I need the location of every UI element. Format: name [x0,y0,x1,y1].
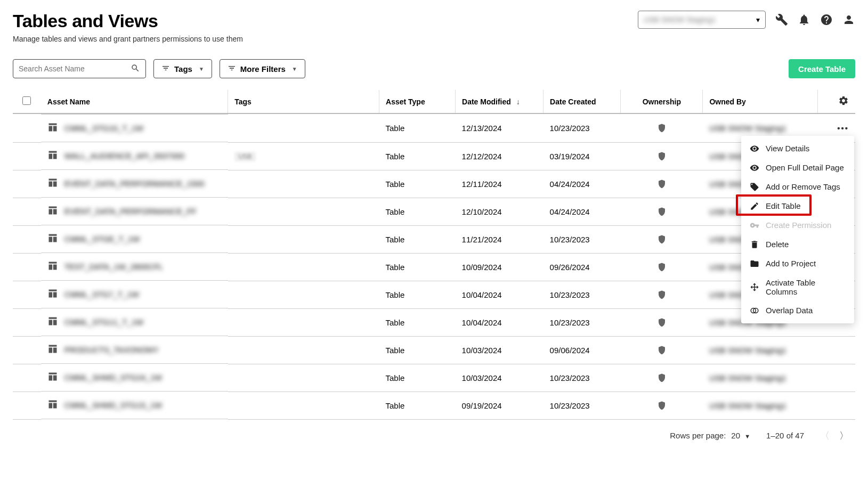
asset-type: Table [379,253,456,281]
date-modified: 11/21/2024 [456,225,543,253]
shield-icon [627,178,696,189]
col-ownership[interactable]: Ownership [621,90,703,113]
asset-type: Table [379,142,456,170]
menu-view-details[interactable]: View Details [741,139,854,158]
page-range: 1–20 of 47 [766,431,804,440]
asset-type: Table [379,281,456,308]
asset-type: Table [379,336,456,364]
environment-label: USB SNOW Staging1 [644,15,716,24]
owned-by: USB SNOW Staging1 [709,373,786,382]
table-row[interactable]: CMML_STG10_T_1WTable12/13/202410/23/2023… [13,113,855,142]
table-row[interactable]: PRODUCTS_TAXONOMYTable10/03/202409/06/20… [13,336,855,364]
search-input[interactable] [19,64,131,73]
table-row[interactable]: CMML_STG7_T_1WTable10/04/202410/23/2023U… [13,281,855,308]
table-row[interactable]: CMML_SHMD_STG15_1WTable09/19/202410/23/2… [13,392,855,419]
bell-icon[interactable] [798,13,810,26]
table-row[interactable]: CMML_SHMD_STG24_1WTable10/03/202410/23/2… [13,364,855,392]
row-actions-button[interactable]: ••• [837,124,849,133]
col-asset-name[interactable]: Asset Name [41,90,228,113]
table-icon [47,316,58,328]
table-icon [47,260,58,273]
select-all-checkbox[interactable] [22,96,31,105]
gear-icon[interactable] [838,99,849,108]
table-row[interactable]: CMML_STGE_T_1WTable11/21/202410/23/2023U… [13,225,855,253]
col-tags[interactable]: Tags [228,90,379,113]
date-modified: 10/09/2024 [456,253,543,281]
help-icon[interactable] [820,13,833,26]
table-icon [47,122,58,134]
shield-icon [627,289,696,300]
table-icon [47,205,58,217]
prev-page-button[interactable]: 〈 [820,429,830,442]
date-modified: 10/04/2024 [456,281,543,308]
asset-type: Table [379,225,456,253]
row-context-menu: View Details Open Full Detail Page Add o… [741,136,854,323]
asset-name: EVENT_DATA_PERFORMANCE_1500 [64,179,205,188]
tag-chip: USB [234,152,256,161]
asset-name: CMML_SHMD_STG24_1W [64,373,162,382]
table-icon [47,150,58,162]
pagination: Rows per page: 20 ▼ 1–20 of 47 〈 〉 [13,429,855,442]
user-icon[interactable] [842,13,855,26]
asset-name: CMML_SHMD_STG15_1W [64,401,162,410]
col-owned-by[interactable]: Owned By [703,90,818,113]
menu-open-full-detail[interactable]: Open Full Detail Page [741,158,854,177]
menu-add-remove-tags[interactable]: Add or Remove Tags [741,177,854,197]
table-icon [47,399,58,411]
asset-name: PRODUCTS_TAXONOMY [64,345,159,354]
next-page-button[interactable]: 〉 [839,429,849,442]
date-created: 03/19/2024 [543,142,621,170]
table-row[interactable]: EVENT_DATA_PERFORMANCE_1500Table12/11/20… [13,170,855,198]
chevron-down-icon: ▼ [199,66,204,72]
date-created: 09/26/2024 [543,253,621,281]
search-input-wrap [13,59,146,78]
more-filters-label: More Filters [240,64,286,74]
menu-overlap-data[interactable]: Overlap Data [741,301,854,320]
col-asset-type[interactable]: Asset Type [379,90,456,113]
col-date-created[interactable]: Date Created [543,90,621,113]
date-created: 10/23/2023 [543,225,621,253]
shield-icon [627,372,696,383]
shield-icon [627,317,696,328]
asset-name: CMML_STG7_T_1W [64,290,139,299]
page-title: Tables and Views [13,11,243,31]
menu-activate-columns[interactable]: Activate Table Columns [741,273,854,301]
table-row[interactable]: TEST_DATA_1W_2800CFLTable10/09/202409/26… [13,253,855,281]
col-date-modified[interactable]: Date Modified ↓ [456,90,543,113]
chevron-down-icon: ▾ [756,15,760,24]
wrench-icon[interactable] [775,13,788,26]
table-icon [47,344,58,356]
menu-create-permission: Create Permission [741,216,854,235]
date-created: 10/23/2023 [543,392,621,419]
date-modified: 10/03/2024 [456,336,543,364]
table-row[interactable]: EVENT_DATA_PERFORMANCE_FFTable12/10/2024… [13,198,855,225]
table-icon [47,288,58,300]
create-table-button[interactable]: Create Table [789,59,855,78]
menu-add-to-project[interactable]: Add to Project [741,254,854,273]
assets-table: Asset Name Tags Asset Type Date Modified… [13,90,855,420]
owned-by: USB SNOW Staging1 [709,124,786,133]
owned-by: USB SNOW Staging1 [709,401,786,410]
asset-type: Table [379,113,456,142]
date-modified: 12/12/2024 [456,142,543,170]
date-created: 10/23/2023 [543,113,621,142]
date-created: 10/23/2023 [543,281,621,308]
funnel-icon [228,64,236,74]
shield-icon [627,234,696,245]
tags-filter-button[interactable]: Tags ▼ [153,59,212,78]
table-row[interactable]: WALL_AUDIENCE_API_3937000USBTable12/12/2… [13,142,855,170]
toolbar: Tags ▼ More Filters ▼ Create Table [13,59,855,78]
more-filters-button[interactable]: More Filters ▼ [220,59,305,78]
menu-edit-table[interactable]: Edit Table [741,197,854,216]
date-created: 04/24/2024 [543,198,621,225]
table-row[interactable]: CMML_STG11_T_1WTable10/04/202410/23/2023… [13,308,855,336]
shield-icon [627,400,696,411]
asset-type: Table [379,392,456,419]
menu-delete[interactable]: Delete [741,235,854,254]
rows-per-page-select[interactable]: 20 ▼ [731,431,750,440]
date-created: 10/23/2023 [543,364,621,392]
date-modified: 12/11/2024 [456,170,543,198]
environment-select[interactable]: USB SNOW Staging1 ▾ [638,11,766,29]
asset-name: CMML_STG11_T_1W [64,317,143,327]
table-icon [47,233,58,245]
